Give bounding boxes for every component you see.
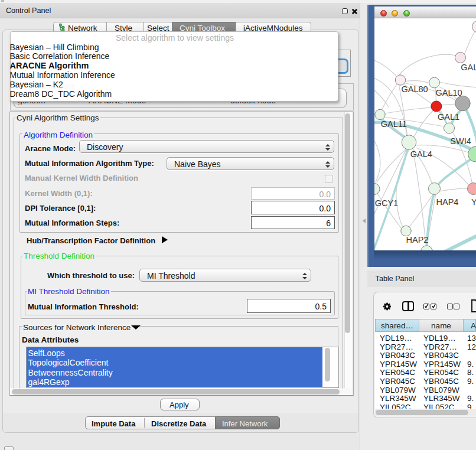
svg-text:HAP4: HAP4 (436, 197, 458, 207)
svg-text:Y: Y (471, 197, 476, 207)
svg-text:GAL10: GAL10 (435, 88, 462, 97)
svg-text:SWI4: SWI4 (450, 136, 471, 146)
svg-text:HAP2: HAP2 (406, 235, 428, 244)
svg-text:GCY1: GCY1 (374, 198, 398, 208)
svg-text:GAL1: GAL1 (438, 112, 459, 122)
svg-text:GAL80: GAL80 (401, 84, 428, 94)
svg-text:GAL11: GAL11 (380, 119, 406, 129)
svg-text:GAL7: GAL7 (461, 63, 476, 72)
svg-text:GAL4: GAL4 (410, 149, 432, 159)
